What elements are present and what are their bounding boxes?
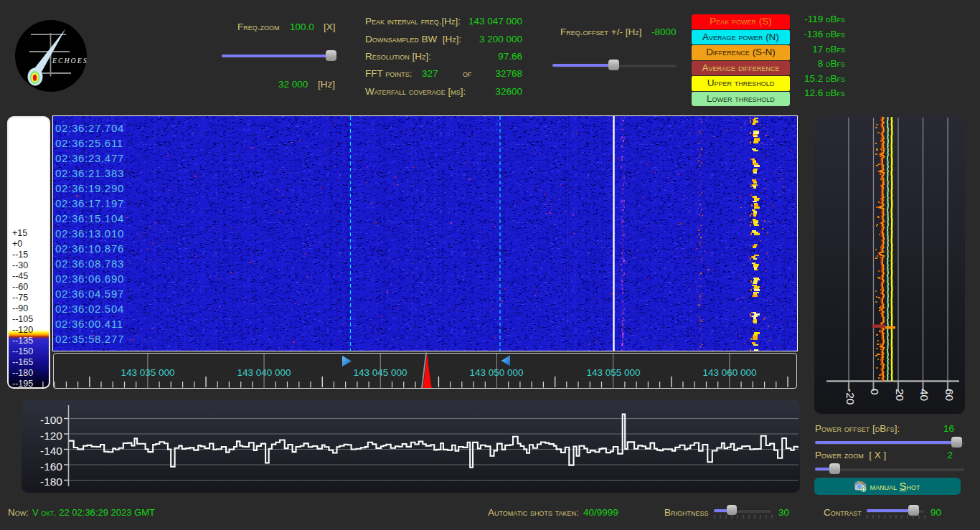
svg-text:40: 40: [918, 389, 930, 402]
svg-text:60: 60: [943, 389, 956, 402]
svg-text:0: 0: [869, 389, 881, 395]
svg-text:20: 20: [894, 389, 906, 402]
svg-text:-20: -20: [844, 389, 857, 405]
